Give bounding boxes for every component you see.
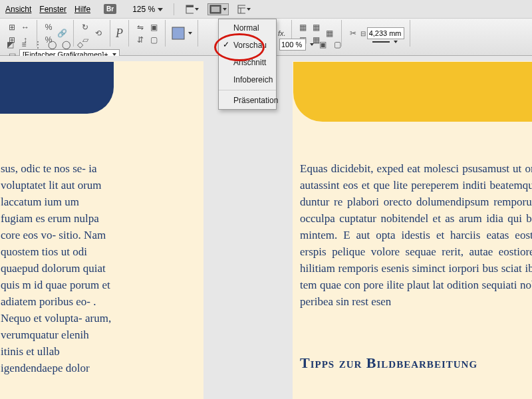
arrange-documents-button[interactable] (185, 3, 200, 16)
menu-fenster[interactable]: Fenster (39, 5, 66, 14)
left-body-text[interactable]: sus, odic te nos se- ia voluptatet lit a… (1, 160, 114, 376)
convert-shape-icon[interactable]: ◇ (74, 39, 86, 51)
zoom-level[interactable]: 125 % (132, 5, 163, 14)
opacity-field[interactable]: 100 % (279, 39, 306, 51)
fx-icon[interactable]: fx. (278, 29, 286, 37)
select-container-icon[interactable]: ▣ (148, 21, 160, 33)
screen-mode-button[interactable] (207, 3, 229, 15)
scale-x-icon: % (43, 21, 55, 33)
text-wrap-jump2-icon[interactable]: ▦ (324, 27, 336, 39)
screen-mode-infobereich[interactable]: Infobereich (219, 71, 276, 88)
svg-rect-1 (186, 5, 194, 7)
text-wrap-none-icon[interactable]: ▦ (297, 21, 309, 33)
rotate-90-icon[interactable]: ⟲ (92, 27, 104, 39)
fit-content-icon[interactable]: ▣ (317, 39, 329, 51)
screen-mode-anschnitt[interactable]: Anschnitt (219, 54, 276, 71)
w-icon: ↔ (19, 21, 31, 33)
menu-ansicht[interactable]: Ansicht (5, 5, 31, 14)
right-page-header (293, 62, 532, 122)
distribute-icon[interactable]: ⋮ (32, 39, 44, 51)
svg-rect-7 (172, 27, 184, 39)
screen-mode-praesentation[interactable]: Präsentation (219, 92, 276, 109)
flip-h-icon[interactable]: ⇋ (134, 21, 146, 33)
menubar: Ansicht Fenster Hilfe Br 125 % (0, 0, 532, 19)
select-content-icon[interactable]: ▢ (148, 34, 160, 46)
section-heading[interactable]: Tipps zur Bildbearbeitung (300, 354, 477, 372)
svg-rect-4 (238, 5, 245, 13)
page-left[interactable]: sus, odic te nos se- ia voluptatet lit a… (0, 61, 203, 399)
bridge-icon[interactable]: Br (104, 4, 116, 14)
flip-v-icon[interactable]: ⇵ (134, 34, 146, 46)
pathfinder2-icon[interactable]: ◯ (60, 39, 72, 51)
svg-rect-3 (211, 7, 219, 12)
fit-frame-icon[interactable]: ▢ (331, 39, 343, 51)
screen-mode-normal[interactable]: Normal (219, 19, 276, 37)
screen-mode-dropdown: Normal Vorschau Anschnitt Infobereich Pr… (218, 19, 277, 110)
view-options-button[interactable] (237, 3, 251, 16)
fill-swatch[interactable] (171, 26, 186, 41)
align-icon[interactable]: ≡ (18, 39, 30, 51)
x-icon: ⊞ (6, 21, 18, 33)
text-wrap-shape-icon[interactable]: ▦ (311, 21, 323, 33)
crop-icon[interactable]: ✂ (347, 27, 359, 39)
menu-hilfe[interactable]: Hilfe (74, 5, 90, 14)
stroke-style-swatch[interactable] (372, 39, 390, 45)
page-right[interactable]: Equas dicidebit, exped eat molesci psusa… (293, 61, 532, 399)
corner-options-icon[interactable]: ◩ (4, 39, 16, 51)
measure-field[interactable]: 4,233 mm (367, 27, 404, 39)
paragraph-style-icon[interactable]: P (116, 27, 123, 41)
screen-mode-vorschau[interactable]: Vorschau (219, 37, 276, 54)
dropdown-separator (219, 90, 276, 90)
pathfinder-icon[interactable]: ◯ (46, 39, 58, 51)
link-scale-icon[interactable]: 🔗 (56, 27, 68, 39)
pasteboard-gutter (203, 61, 293, 399)
right-body-text[interactable]: Equas dicidebit, exped eat molesci psusa… (300, 160, 532, 310)
left-page-header (0, 62, 114, 114)
rotate-icon[interactable]: ↻ (79, 21, 91, 33)
